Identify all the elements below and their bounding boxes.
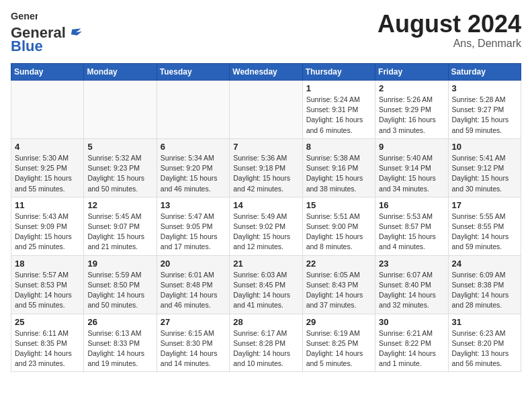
day-info: Sunrise: 5:59 AMSunset: 8:50 PMDaylight:… [87,270,152,311]
day-info: Sunrise: 6:09 AMSunset: 8:38 PMDaylight:… [452,270,517,311]
day-number: 15 [306,200,371,210]
day-number: 10 [452,142,517,152]
logo: General General Blue [11,11,82,55]
day-info: Sunrise: 5:34 AMSunset: 9:20 PMDaylight:… [161,153,226,194]
day-number: 16 [379,200,444,210]
calendar-header-row: SundayMondayTuesdayWednesdayThursdayFrid… [11,64,521,81]
day-info: Sunrise: 6:15 AMSunset: 8:30 PMDaylight:… [161,328,226,369]
day-number: 4 [15,142,80,152]
calendar-cell: 9Sunrise: 5:40 AMSunset: 9:14 PMDaylight… [375,138,448,197]
day-number: 30 [379,317,444,327]
calendar-cell: 20Sunrise: 6:01 AMSunset: 8:48 PMDayligh… [157,255,229,314]
day-number: 3 [452,83,517,93]
day-number: 2 [379,83,444,93]
calendar-week-row: 4Sunrise: 5:30 AMSunset: 9:25 PMDaylight… [11,138,521,197]
day-info: Sunrise: 6:17 AMSunset: 8:28 PMDaylight:… [233,328,298,369]
day-number: 14 [233,200,298,210]
day-number: 18 [15,259,80,269]
calendar-cell: 17Sunrise: 5:55 AMSunset: 8:55 PMDayligh… [448,197,521,255]
day-number: 5 [87,142,152,152]
calendar-cell: 1Sunrise: 5:24 AMSunset: 9:31 PMDaylight… [302,81,375,139]
calendar-cell: 21Sunrise: 6:03 AMSunset: 8:45 PMDayligh… [230,255,302,314]
day-info: Sunrise: 6:01 AMSunset: 8:48 PMDaylight:… [161,270,226,311]
day-number: 25 [15,317,80,327]
calendar-week-row: 1Sunrise: 5:24 AMSunset: 9:31 PMDaylight… [11,81,521,139]
calendar-cell: 26Sunrise: 6:13 AMSunset: 8:33 PMDayligh… [84,314,157,372]
day-info: Sunrise: 6:07 AMSunset: 8:40 PMDaylight:… [379,270,444,311]
weekday-header: Tuesday [157,64,229,81]
logo-icon: General [11,11,38,23]
calendar-cell: 30Sunrise: 6:21 AMSunset: 8:22 PMDayligh… [375,314,448,372]
calendar-cell [230,81,302,139]
page-header: General General Blue August 2024 Ans, De… [11,11,521,55]
day-info: Sunrise: 5:40 AMSunset: 9:14 PMDaylight:… [379,153,444,194]
svg-text:General: General [11,11,38,21]
day-number: 11 [15,200,80,210]
day-info: Sunrise: 6:03 AMSunset: 8:45 PMDaylight:… [233,270,298,311]
calendar-cell: 31Sunrise: 6:23 AMSunset: 8:20 PMDayligh… [448,314,521,372]
calendar-cell: 23Sunrise: 6:07 AMSunset: 8:40 PMDayligh… [375,255,448,314]
day-info: Sunrise: 6:21 AMSunset: 8:22 PMDaylight:… [379,328,444,369]
day-number: 8 [306,142,371,152]
calendar-cell: 8Sunrise: 5:38 AMSunset: 9:16 PMDaylight… [302,138,375,197]
day-info: Sunrise: 5:43 AMSunset: 9:09 PMDaylight:… [15,212,80,253]
weekday-header: Monday [84,64,157,81]
calendar-cell: 5Sunrise: 5:32 AMSunset: 9:23 PMDaylight… [84,138,157,197]
title-block: August 2024 Ans, Denmark [378,11,521,50]
calendar-cell [11,81,84,139]
calendar-cell [157,81,229,139]
calendar-cell: 6Sunrise: 5:34 AMSunset: 9:20 PMDaylight… [157,138,229,197]
day-number: 13 [161,200,226,210]
calendar-cell [84,81,157,139]
day-info: Sunrise: 5:28 AMSunset: 9:27 PMDaylight:… [452,95,517,136]
day-number: 19 [87,259,152,269]
day-number: 6 [161,142,226,152]
day-number: 31 [452,317,517,327]
calendar-cell: 2Sunrise: 5:26 AMSunset: 9:29 PMDaylight… [375,81,448,139]
weekday-header: Thursday [302,64,375,81]
day-info: Sunrise: 5:41 AMSunset: 9:12 PMDaylight:… [452,153,517,194]
day-number: 21 [233,259,298,269]
day-number: 20 [161,259,226,269]
day-info: Sunrise: 5:24 AMSunset: 9:31 PMDaylight:… [306,95,371,136]
day-info: Sunrise: 5:45 AMSunset: 9:07 PMDaylight:… [87,212,152,253]
svg-marker-1 [71,28,82,35]
calendar-week-row: 25Sunrise: 6:11 AMSunset: 8:35 PMDayligh… [11,314,521,372]
day-number: 9 [379,142,444,152]
calendar-cell: 11Sunrise: 5:43 AMSunset: 9:09 PMDayligh… [11,197,84,255]
calendar-cell: 13Sunrise: 5:47 AMSunset: 9:05 PMDayligh… [157,197,229,255]
day-info: Sunrise: 6:13 AMSunset: 8:33 PMDaylight:… [87,328,152,369]
weekday-header: Wednesday [230,64,302,81]
day-info: Sunrise: 5:51 AMSunset: 9:00 PMDaylight:… [306,212,371,253]
day-info: Sunrise: 6:19 AMSunset: 8:25 PMDaylight:… [306,328,371,369]
day-number: 12 [87,200,152,210]
logo-blue: Blue [11,38,43,55]
calendar-cell: 27Sunrise: 6:15 AMSunset: 8:30 PMDayligh… [157,314,229,372]
day-number: 1 [306,83,371,93]
calendar-cell: 3Sunrise: 5:28 AMSunset: 9:27 PMDaylight… [448,81,521,139]
calendar-cell: 15Sunrise: 5:51 AMSunset: 9:00 PMDayligh… [302,197,375,255]
weekday-header: Friday [375,64,448,81]
day-number: 29 [306,317,371,327]
calendar-cell: 12Sunrise: 5:45 AMSunset: 9:07 PMDayligh… [84,197,157,255]
weekday-header: Sunday [11,64,84,81]
calendar-cell: 28Sunrise: 6:17 AMSunset: 8:28 PMDayligh… [230,314,302,372]
calendar-cell: 29Sunrise: 6:19 AMSunset: 8:25 PMDayligh… [302,314,375,372]
day-number: 24 [452,259,517,269]
day-info: Sunrise: 5:47 AMSunset: 9:05 PMDaylight:… [161,212,226,253]
day-number: 17 [452,200,517,210]
calendar-cell: 24Sunrise: 6:09 AMSunset: 8:38 PMDayligh… [448,255,521,314]
calendar-cell: 19Sunrise: 5:59 AMSunset: 8:50 PMDayligh… [84,255,157,314]
calendar-cell: 10Sunrise: 5:41 AMSunset: 9:12 PMDayligh… [448,138,521,197]
day-info: Sunrise: 5:26 AMSunset: 9:29 PMDaylight:… [379,95,444,136]
day-info: Sunrise: 5:49 AMSunset: 9:02 PMDaylight:… [233,212,298,253]
calendar-cell: 18Sunrise: 5:57 AMSunset: 8:53 PMDayligh… [11,255,84,314]
calendar-cell: 14Sunrise: 5:49 AMSunset: 9:02 PMDayligh… [230,197,302,255]
calendar-cell: 4Sunrise: 5:30 AMSunset: 9:25 PMDaylight… [11,138,84,197]
calendar-cell: 7Sunrise: 5:36 AMSunset: 9:18 PMDaylight… [230,138,302,197]
calendar-table: SundayMondayTuesdayWednesdayThursdayFrid… [11,63,521,372]
day-info: Sunrise: 5:53 AMSunset: 8:57 PMDaylight:… [379,212,444,253]
day-info: Sunrise: 5:32 AMSunset: 9:23 PMDaylight:… [87,153,152,194]
day-info: Sunrise: 5:30 AMSunset: 9:25 PMDaylight:… [15,153,80,194]
day-number: 22 [306,259,371,269]
